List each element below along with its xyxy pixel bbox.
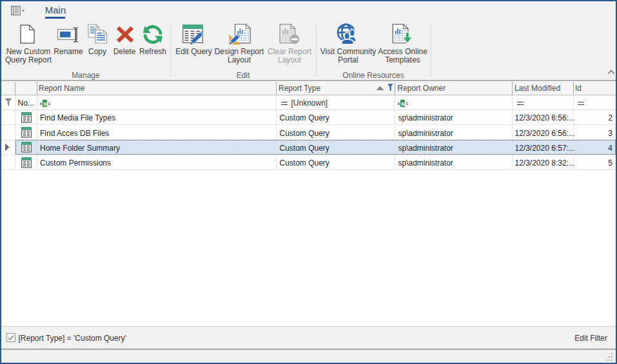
svg-text:C: C — [48, 102, 51, 106]
svg-text:A: A — [40, 102, 43, 106]
svg-text:B: B — [401, 101, 405, 107]
svg-text:A: A — [398, 102, 401, 106]
svg-text:B: B — [43, 101, 47, 107]
svg-text:C: C — [406, 102, 409, 106]
